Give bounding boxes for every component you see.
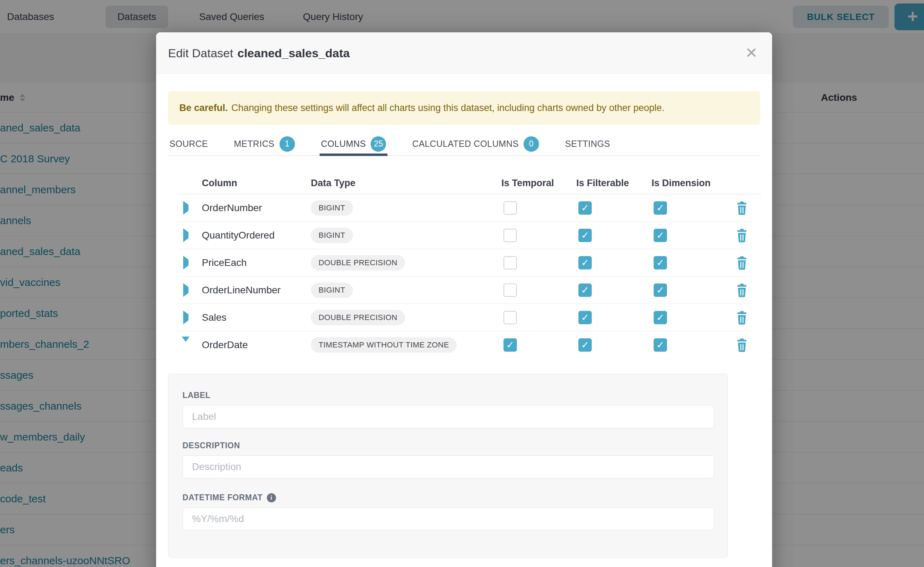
tab-metrics[interactable]: METRICS 1: [232, 132, 296, 155]
tab-label: COLUMNS: [321, 139, 366, 149]
modal-title-prefix: Edit Dataset: [168, 46, 233, 60]
tab-label: METRICS: [234, 139, 274, 149]
warning-banner: Be careful. Changing these settings will…: [168, 92, 760, 125]
warning-bold: Be careful.: [179, 103, 228, 114]
check-icon: ✓: [656, 257, 665, 268]
tab-label: SOURCE: [170, 139, 208, 149]
is-filterable-checkbox[interactable]: ✓: [578, 284, 592, 297]
data-type-header: Data Type: [311, 178, 501, 189]
expand-caret-icon[interactable]: [183, 283, 188, 297]
trash-icon: [736, 201, 748, 215]
column-header: Column: [202, 178, 311, 189]
columns-count-badge: 25: [370, 136, 386, 152]
trash-icon: [736, 256, 748, 270]
column-row-quantityordered: QuantityOrdered BIGINT ✓ ✓: [178, 222, 750, 249]
delete-column-button[interactable]: [736, 228, 748, 242]
delete-column-button[interactable]: [736, 283, 748, 297]
check-icon: ✓: [581, 339, 589, 351]
is-temporal-checkbox[interactable]: [504, 201, 517, 214]
tab-calculated-columns[interactable]: CALCULATED COLUMNS 0: [411, 132, 540, 155]
data-type-pill: DOUBLE PRECISION: [311, 310, 405, 325]
data-type-pill: TIMESTAMP WITHOUT TIME ZONE: [311, 337, 457, 353]
modal-header: Edit Dataset cleaned_sales_data ✕: [156, 32, 772, 74]
is-dimension-checkbox[interactable]: ✓: [654, 229, 667, 242]
column-name: OrderLineNumber: [202, 285, 311, 296]
check-icon: ✓: [581, 312, 589, 323]
expand-caret-icon[interactable]: [183, 228, 188, 242]
description-input[interactable]: [182, 455, 714, 478]
warning-text: Changing these settings will affect all …: [231, 103, 665, 114]
check-icon: ✓: [506, 339, 515, 351]
columns-table-body: OrderNumber BIGINT ✓ ✓ QuantityOrdered B…: [178, 194, 750, 358]
metrics-count-badge: 1: [280, 136, 295, 152]
is-temporal-checkbox[interactable]: [504, 311, 517, 324]
close-icon: ✕: [745, 45, 757, 61]
column-row-orderdate-expanded: OrderDate TIMESTAMP WITHOUT TIME ZONE ✓ …: [178, 331, 750, 358]
tab-source[interactable]: SOURCE: [168, 132, 209, 155]
column-row-priceeach: PriceEach DOUBLE PRECISION ✓ ✓: [178, 249, 750, 276]
is-temporal-checkbox[interactable]: ✓: [504, 338, 517, 352]
trash-icon: [736, 310, 748, 325]
is-dimension-checkbox[interactable]: ✓: [654, 201, 667, 214]
modal-dataset-name: cleaned_sales_data: [237, 46, 349, 60]
screen: Databases Datasets Saved Queries Query H…: [0, 0, 924, 567]
delete-column-button[interactable]: [736, 310, 748, 325]
check-icon: ✓: [656, 312, 665, 323]
delete-column-button[interactable]: [736, 201, 748, 215]
is-dimension-checkbox[interactable]: ✓: [654, 284, 667, 297]
collapse-caret-icon[interactable]: [182, 336, 190, 348]
columns-table-header: Column Data Type Is Temporal Is Filterab…: [178, 172, 761, 194]
is-filterable-checkbox[interactable]: ✓: [578, 311, 592, 324]
is-filterable-checkbox[interactable]: ✓: [578, 229, 592, 242]
label-text: DESCRIPTION: [182, 441, 240, 450]
expand-caret-icon[interactable]: [183, 310, 188, 324]
column-name: PriceEach: [202, 257, 311, 268]
modal-tabs: SOURCE METRICS 1 COLUMNS 25 CALCULATED C…: [168, 132, 760, 156]
is-filterable-checkbox[interactable]: ✓: [578, 256, 592, 270]
delete-column-button[interactable]: [736, 256, 748, 270]
label-input[interactable]: [182, 405, 714, 428]
is-dimension-header: Is Dimension: [652, 178, 733, 189]
is-dimension-checkbox[interactable]: ✓: [654, 338, 667, 352]
label-text: DATETIME FORMAT: [182, 493, 263, 502]
tab-label: CALCULATED COLUMNS: [412, 139, 519, 149]
column-row-orderlinenumber: OrderLineNumber BIGINT ✓ ✓: [178, 276, 750, 304]
trash-icon: [736, 338, 748, 352]
info-icon[interactable]: i: [267, 493, 276, 502]
trash-icon: [736, 228, 748, 242]
edit-dataset-modal: Edit Dataset cleaned_sales_data ✕ Be car…: [156, 32, 772, 567]
label-text: LABEL: [182, 391, 211, 400]
column-editor-panel: LABEL DESCRIPTION DATETIME FORMAT i: [168, 374, 728, 558]
check-icon: ✓: [656, 230, 665, 241]
data-type-pill: BIGINT: [311, 282, 353, 298]
is-temporal-checkbox[interactable]: [504, 284, 517, 297]
column-name: OrderDate: [202, 339, 311, 351]
data-type-pill: DOUBLE PRECISION: [311, 255, 405, 270]
tab-settings[interactable]: SETTINGS: [564, 132, 611, 155]
is-filterable-checkbox[interactable]: ✓: [578, 338, 592, 352]
column-name: QuantityOrdered: [202, 230, 311, 241]
is-temporal-checkbox[interactable]: [504, 229, 517, 242]
expand-caret-icon[interactable]: [183, 201, 188, 214]
description-field-label: DESCRIPTION: [182, 441, 240, 450]
tab-columns[interactable]: COLUMNS 25: [320, 132, 388, 155]
check-icon: ✓: [656, 339, 665, 351]
delete-column-button[interactable]: [736, 338, 748, 352]
close-button[interactable]: ✕: [741, 43, 761, 63]
column-name: Sales: [202, 312, 311, 323]
column-name: OrderNumber: [202, 202, 311, 214]
check-icon: ✓: [581, 257, 589, 268]
check-icon: ✓: [656, 202, 665, 214]
label-field-label: LABEL: [182, 391, 211, 400]
is-filterable-header: Is Filterable: [576, 178, 652, 189]
is-filterable-checkbox[interactable]: ✓: [578, 201, 592, 214]
is-dimension-checkbox[interactable]: ✓: [654, 311, 667, 324]
data-type-pill: BIGINT: [311, 228, 353, 243]
expand-caret-icon[interactable]: [183, 256, 188, 270]
is-temporal-checkbox[interactable]: [504, 256, 517, 270]
check-icon: ✓: [656, 285, 665, 296]
is-dimension-checkbox[interactable]: ✓: [654, 256, 667, 270]
is-temporal-header: Is Temporal: [501, 178, 576, 189]
datetime-format-input[interactable]: [182, 507, 714, 531]
column-row-ordernumber: OrderNumber BIGINT ✓ ✓: [178, 194, 750, 222]
